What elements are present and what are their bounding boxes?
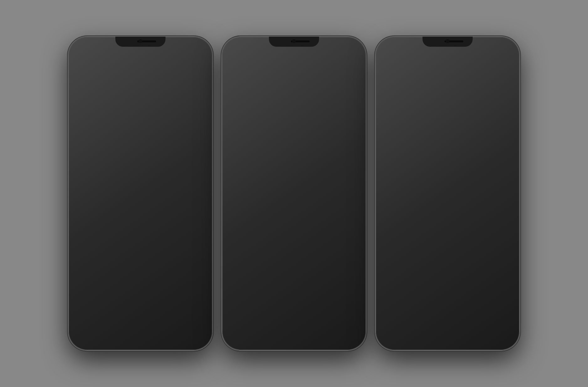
svg-point-85 (456, 79, 459, 83)
earring-color-1[interactable] (385, 167, 399, 181)
lip-color-5[interactable] (148, 183, 162, 198)
memoji-svg-3 (433, 65, 462, 93)
earring-long-drop[interactable] (385, 220, 423, 251)
lip-color-2-3[interactable] (266, 183, 281, 198)
lip-style-2[interactable] (118, 203, 155, 228)
lip-style-6[interactable] (158, 230, 196, 255)
tab-facial-hair-3[interactable]: Facial Hair (474, 104, 501, 110)
tab-nose-lips-2[interactable]: Nose & Lips (280, 104, 312, 110)
lip-style-2-5[interactable] (271, 230, 309, 255)
lip-color-6[interactable] (165, 183, 180, 198)
earring-stud[interactable] (465, 186, 503, 217)
earring-drop[interactable] (425, 186, 463, 217)
svg-point-11 (149, 79, 152, 83)
svg-point-9 (139, 82, 142, 84)
nose-face-svg-3 (159, 131, 195, 161)
svg-point-87 (446, 192, 448, 194)
nose-section-title-1: Nose (78, 119, 203, 127)
svg-rect-49 (291, 91, 297, 93)
lip-style-3[interactable] (158, 203, 196, 228)
svg-rect-76 (438, 71, 458, 74)
earring-none[interactable] (385, 186, 423, 217)
ear-option-1[interactable] (385, 119, 423, 151)
tab-ears-2[interactable]: Ears (332, 104, 347, 110)
tab-ears-1[interactable]: Ears (178, 104, 193, 110)
svg-point-55 (254, 144, 258, 148)
avatar-3[interactable] (433, 65, 462, 93)
nose-option-3[interactable] (158, 130, 196, 162)
lip-style-2-2[interactable] (271, 203, 309, 228)
lip-style-2-6[interactable] (312, 230, 349, 255)
tab-bar-3: Nose & Lips Ears Facial Hair (380, 101, 515, 114)
lip-color-2[interactable] (95, 183, 110, 198)
nose-opt-2-2[interactable] (271, 130, 309, 162)
nose-opt-2-3[interactable] (312, 130, 349, 162)
lip-style-grid-2-1 (231, 203, 357, 228)
nose-section-title-2: Nose (231, 119, 357, 127)
lip-color-3[interactable] (113, 183, 127, 198)
cancel-button-2[interactable]: Cancel (233, 56, 249, 62)
tab-ears-3[interactable]: Ears (441, 104, 457, 110)
svg-point-8 (143, 78, 144, 80)
avatar-2[interactable] (280, 65, 308, 93)
lip-color-1[interactable] (78, 183, 92, 198)
svg-point-46 (292, 82, 296, 84)
earring-style-grid-2 (385, 220, 510, 251)
cancel-button-1[interactable]: Cancel (79, 56, 96, 62)
cancel-button-3[interactable]: Cancel (386, 56, 403, 62)
done-button-1[interactable]: Done (189, 56, 202, 62)
ear-svg-2 (426, 120, 451, 151)
svg-point-82 (450, 78, 452, 80)
ear-option-2[interactable] (425, 119, 463, 151)
tab-brows-2[interactable]: Brows (241, 104, 260, 110)
lip-svg-1 (78, 204, 115, 227)
lip-color-multi[interactable] (337, 183, 351, 198)
lip-style-2-4[interactable] (231, 230, 269, 255)
nose-options-1 (78, 130, 203, 162)
lip-style-2-1[interactable] (231, 203, 269, 228)
lip-color-2-2[interactable] (249, 183, 263, 198)
lip-color-4[interactable] (130, 183, 145, 198)
lip-color-2-5[interactable] (302, 183, 316, 198)
svg-point-84 (436, 79, 439, 83)
svg-point-73 (331, 149, 333, 151)
avatar-area-3: Tap to Resume (380, 65, 515, 101)
earring-color-3[interactable] (419, 167, 433, 181)
lip-style-5[interactable] (118, 230, 155, 255)
lip-style-4[interactable] (78, 230, 115, 255)
status-time-1: 4:20 (81, 48, 91, 53)
nose-option-1[interactable] (78, 130, 115, 162)
earring-color-2[interactable] (402, 167, 416, 181)
earring-color-7[interactable] (486, 167, 500, 181)
lip-color-2-4[interactable] (284, 183, 298, 198)
svg-point-10 (129, 79, 132, 83)
earring-spiral-svg (466, 220, 503, 251)
earring-color-6[interactable] (470, 167, 483, 181)
avatar-1[interactable] (126, 65, 155, 93)
earring-spiral[interactable] (465, 220, 503, 251)
earring-color-5[interactable] (453, 167, 466, 181)
svg-point-18 (100, 144, 104, 148)
done-button-3[interactable]: Done (496, 56, 509, 62)
nose-opt-2-1[interactable] (231, 130, 269, 162)
done-button-2[interactable]: Done (342, 56, 356, 62)
tab-brows-1[interactable]: Brows (88, 104, 106, 110)
svg-point-35 (174, 149, 177, 151)
tab-nose-lips-3[interactable]: Nose & Lips (394, 104, 424, 110)
content-area-3: Earrings (380, 114, 515, 256)
svg-point-95 (486, 226, 488, 228)
lip-style-2-3[interactable] (312, 203, 349, 228)
lip-color-row-1 (78, 183, 203, 198)
avatar-area-2: Tap to Resume (226, 65, 362, 101)
lip-svg-2-5 (272, 231, 308, 254)
lip-color-2-6[interactable] (319, 183, 333, 198)
lip-color-2-1[interactable] (231, 183, 246, 198)
earring-hoop[interactable] (425, 220, 463, 251)
earring-color-4[interactable] (436, 167, 449, 181)
nose-face-svg-1 (78, 131, 115, 161)
nose-option-2[interactable] (118, 130, 155, 162)
lip-color-7[interactable] (183, 183, 197, 198)
svg-point-56 (248, 149, 252, 151)
tab-nose-lips-1[interactable]: Nose & Lips (126, 104, 158, 110)
lip-style-1[interactable] (78, 203, 115, 228)
